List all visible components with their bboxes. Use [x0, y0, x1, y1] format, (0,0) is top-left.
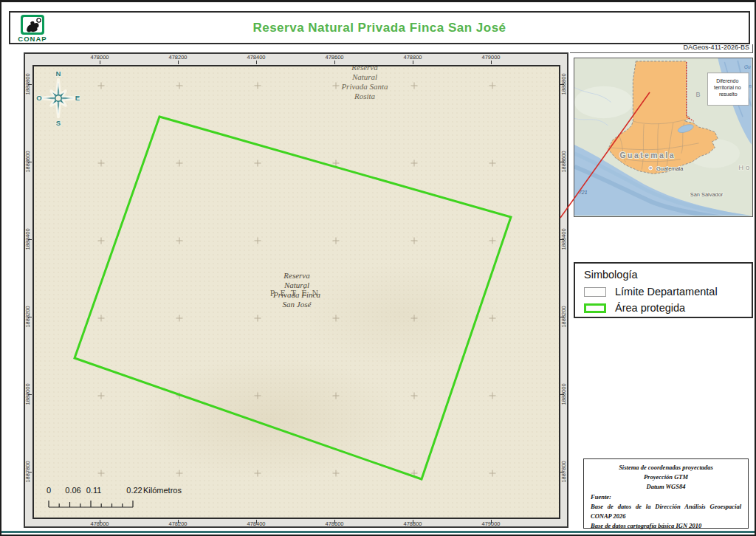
axis-tick [413, 520, 413, 523]
compass-north-label: N [56, 69, 61, 78]
axis-tick [28, 472, 32, 473]
axis-tick [28, 317, 32, 317]
source-line: Base de datos de la Dirección Análisis G… [591, 502, 741, 521]
axis-tick [560, 162, 564, 162]
label-reserva-santa-rosita: Reserva Natural Privada Santa Rosita [313, 65, 416, 101]
label-reserva-finca-san-jose: Reserva Natural Privada Finca San José [245, 271, 348, 309]
axis-tick [491, 520, 492, 523]
axis-tick [334, 520, 335, 523]
axis-tick [560, 472, 564, 473]
axis-tick [100, 520, 100, 523]
axis-tick [491, 61, 492, 64]
x-axis-label-top: 478400 [238, 54, 275, 61]
scale-ruler [40, 498, 137, 509]
legend-item-departmental: Límite Departamental [584, 286, 743, 298]
axis-tick [256, 520, 257, 523]
axis-tick [100, 61, 100, 64]
axis-tick [28, 394, 32, 395]
inset-depth-number: 721 [579, 190, 588, 195]
map-canvas: Reserva Natural Privada Santa Rosita PET… [32, 65, 560, 519]
scale-tick-label: 0.11 [86, 486, 102, 495]
doc-code: DAGeos-411-2026-BS [684, 44, 749, 51]
inset-honduras-label: Ho [738, 163, 752, 171]
legend-title: Simbología [584, 269, 743, 281]
x-axis-label-top: 479000 [472, 54, 509, 61]
scale-tick-label: 0.06 [65, 486, 80, 495]
header: CONAP Reserva Natural Privada Finca San … [9, 11, 750, 44]
axis-tick [28, 162, 32, 162]
scale-bar: 0 0.06 0.11 0.22 Kilómetros [40, 486, 232, 514]
protected-area-swatch [584, 303, 606, 313]
source-line: Base de datos cartografía básica IGN 201… [591, 521, 741, 531]
inset-capital-label: Guatemala [656, 165, 684, 172]
departmental-boundary-swatch [584, 287, 606, 297]
inset-belize-label: B [696, 91, 701, 98]
legend: Simbología Límite Departamental Área pro… [574, 262, 753, 318]
credits: Sistema de coordenadas proyectadas Proye… [583, 458, 749, 529]
axis-tick [334, 61, 335, 64]
crs-line: Proyección GTM [591, 473, 741, 482]
compass-east-label: E [75, 94, 80, 102]
compass-west-label: O [36, 94, 41, 102]
conap-logo-label: CONAP [16, 35, 49, 43]
axis-tick [178, 61, 179, 64]
doc-code-box: DAGeos-411-2026-BS [570, 44, 753, 53]
axis-tick [256, 61, 257, 64]
inset-map-svg: Gu Hon B Guatemala Guatemala San Salvado… [574, 58, 752, 216]
map-document-page: CONAP Reserva Natural Privada Finca San … [0, 0, 756, 536]
crs-line: Datum WGS84 [591, 482, 741, 492]
axis-tick [178, 520, 179, 523]
axis-tick [28, 84, 32, 85]
x-axis-label-top: 478000 [81, 54, 118, 61]
scale-unit-label: Kilómetros [143, 486, 182, 495]
inset-map: Gu Hon B Guatemala Guatemala San Salvado… [574, 58, 753, 217]
inset-country-label: Guatemala [619, 151, 675, 159]
compass-south-label: S [56, 119, 61, 127]
axis-tick [413, 61, 413, 64]
fuente-label: Fuente: [591, 492, 741, 502]
scale-tick-label: 0 [47, 486, 51, 495]
dispute-note: Diferendo territorial no resuelto [707, 73, 749, 106]
x-axis-label-top: 478200 [159, 54, 196, 61]
footer-accent-bar [1, 531, 755, 533]
crs-line: Sistema de coordenadas proyectadas [591, 463, 741, 473]
legend-item-protected: Área protegida [584, 302, 743, 314]
axis-tick [560, 239, 564, 240]
x-axis-label-top: 478600 [316, 54, 353, 61]
inset-san-salvador-label: San Salvador [690, 191, 724, 198]
x-axis-label-top: 478800 [394, 54, 431, 61]
page-title: Reserva Natural Privada Finca San José [10, 21, 749, 35]
axis-tick [28, 239, 32, 240]
scale-tick-label: 0.22 [126, 486, 142, 495]
axis-tick [560, 394, 564, 395]
inset-sea-label-fragment: Gu [744, 64, 751, 69]
axis-tick [560, 84, 564, 85]
compass-rose-icon: N E S O [35, 68, 81, 127]
axis-tick [560, 317, 564, 317]
capital-city-marker [649, 166, 653, 170]
